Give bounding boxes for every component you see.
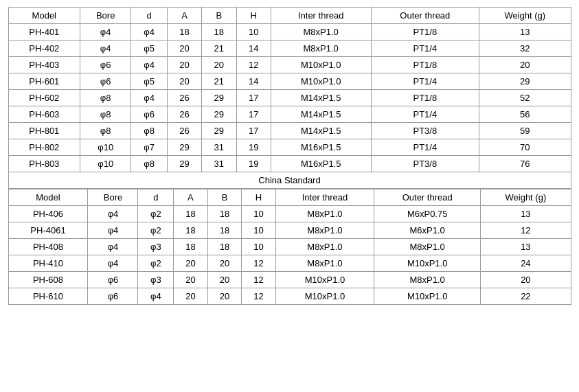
table-cell: M10xP1.0 xyxy=(275,288,374,305)
table-cell: 10 xyxy=(242,206,276,222)
table-cell: 18 xyxy=(207,206,242,222)
table-cell: 14 xyxy=(236,73,271,90)
table-cell: PH-601 xyxy=(8,73,80,90)
table-cell: 29 xyxy=(202,123,236,139)
table-row: PH-402φ4φ5202114M8xP1.0PT1/432 xyxy=(8,41,571,57)
table-cell: M6xP0.75 xyxy=(374,206,481,222)
table-cell: PH-602 xyxy=(8,90,80,106)
table-cell: PH-406 xyxy=(8,206,88,222)
table-cell: M10xP1.0 xyxy=(271,57,371,73)
table-cell: PT1/8 xyxy=(371,90,479,106)
table2-col-header: d xyxy=(138,189,174,206)
table-cell: φ5 xyxy=(131,73,168,90)
table-cell: M10xP1.0 xyxy=(275,272,374,288)
table-cell: φ5 xyxy=(131,41,168,57)
table1-col-header: A xyxy=(167,8,201,24)
table2-col-header: Weight (g) xyxy=(481,189,571,206)
table-cell: PH-402 xyxy=(8,41,80,57)
table-cell: PT3/8 xyxy=(371,156,479,172)
table-cell: 20 xyxy=(174,288,208,305)
table-cell: 20 xyxy=(167,57,201,73)
table-cell: φ6 xyxy=(80,73,131,90)
table-cell: φ8 xyxy=(80,123,131,139)
table-cell: M16xP1.5 xyxy=(271,156,371,172)
table-cell: 18 xyxy=(202,24,236,41)
table-cell: 12 xyxy=(242,255,276,272)
table2-col-header: A xyxy=(174,189,208,206)
table-cell: 13 xyxy=(479,24,571,41)
table-cell: 17 xyxy=(236,123,271,139)
table-cell: PH-408 xyxy=(8,239,88,255)
table2: ModelBoredABHInter threadOuter threadWei… xyxy=(8,189,571,305)
table-cell: φ10 xyxy=(80,156,131,172)
table-row: PH-408φ4φ3181810M8xP1.0M8xP1.013 xyxy=(8,239,571,255)
table1-col-header: d xyxy=(131,8,168,24)
table-cell: 21 xyxy=(202,73,236,90)
table-cell: 12 xyxy=(242,288,276,305)
table-cell: M8xP1.0 xyxy=(374,239,481,255)
table-cell: φ3 xyxy=(138,272,174,288)
table-cell: 19 xyxy=(236,139,271,156)
table-cell: φ7 xyxy=(131,139,168,156)
table-cell: 13 xyxy=(481,206,571,222)
table1-col-header: B xyxy=(202,8,236,24)
table-cell: M10xP1.0 xyxy=(374,288,481,305)
table-cell: φ4 xyxy=(88,222,138,239)
table-cell: 14 xyxy=(236,41,271,57)
table-cell: 56 xyxy=(479,106,571,123)
table-cell: 52 xyxy=(479,90,571,106)
table-row: PH-401φ4φ4181810M8xP1.0PT1/813 xyxy=(8,24,571,41)
table-cell: M8xP1.0 xyxy=(275,255,374,272)
table-cell: φ4 xyxy=(80,24,131,41)
table1-col-header: H xyxy=(236,8,271,24)
table-cell: 18 xyxy=(174,239,208,255)
table-cell: φ4 xyxy=(131,57,168,73)
table-cell: φ8 xyxy=(80,106,131,123)
table-cell: PH-802 xyxy=(8,139,80,156)
table-cell: PH-801 xyxy=(8,123,80,139)
table-cell: PH-803 xyxy=(8,156,80,172)
table-cell: 22 xyxy=(481,288,571,305)
section2-title-table: China Standard xyxy=(8,172,571,189)
table-cell: φ3 xyxy=(138,239,174,255)
table-cell: 12 xyxy=(242,272,276,288)
table-cell: PH-403 xyxy=(8,57,80,73)
table-cell: PH-610 xyxy=(8,288,88,305)
table-cell: 18 xyxy=(167,24,201,41)
table-cell: φ2 xyxy=(138,255,174,272)
table1-col-header: Bore xyxy=(80,8,131,24)
table-cell: 12 xyxy=(481,222,571,239)
table-cell: PT1/8 xyxy=(371,24,479,41)
table-cell: M6xP1.0 xyxy=(374,222,481,239)
section2-title-row: China Standard xyxy=(8,172,571,189)
table-cell: φ6 xyxy=(80,57,131,73)
table-cell: PT1/4 xyxy=(371,73,479,90)
table-cell: PH-608 xyxy=(8,272,88,288)
table-cell: 20 xyxy=(481,272,571,288)
table-cell: 20 xyxy=(207,288,242,305)
table-row: PH-608φ6φ3202012M10xP1.0M8xP1.020 xyxy=(8,272,571,288)
table-row: PH-410φ4φ2202012M8xP1.0M10xP1.024 xyxy=(8,255,571,272)
table-row: PH-406φ4φ2181810M8xP1.0M6xP0.7513 xyxy=(8,206,571,222)
table-row: PH-802φ10φ7293119M16xP1.5PT1/470 xyxy=(8,139,571,156)
table1-header-row: ModelBoredABHInter threadOuter threadWei… xyxy=(8,8,571,24)
table-cell: M10xP1.0 xyxy=(374,255,481,272)
table-cell: 17 xyxy=(236,90,271,106)
table-cell: 13 xyxy=(481,239,571,255)
table-cell: 20 xyxy=(174,272,208,288)
table-cell: M8xP1.0 xyxy=(271,24,371,41)
table-cell: 31 xyxy=(202,139,236,156)
table1-col-header: Model xyxy=(8,8,80,24)
table-cell: φ6 xyxy=(88,272,138,288)
table-cell: 24 xyxy=(481,255,571,272)
table-cell: 17 xyxy=(236,106,271,123)
table-cell: M8xP1.0 xyxy=(275,222,374,239)
table-cell: φ2 xyxy=(138,206,174,222)
table-cell: 21 xyxy=(202,41,236,57)
table-cell: M8xP1.0 xyxy=(374,272,481,288)
table2-header-row: ModelBoredABHInter threadOuter threadWei… xyxy=(8,189,571,206)
table-cell: φ8 xyxy=(131,156,168,172)
table2-col-header: Outer thread xyxy=(374,189,481,206)
table-cell: PT1/4 xyxy=(371,106,479,123)
table1: ModelBoredABHInter threadOuter threadWei… xyxy=(8,7,571,172)
